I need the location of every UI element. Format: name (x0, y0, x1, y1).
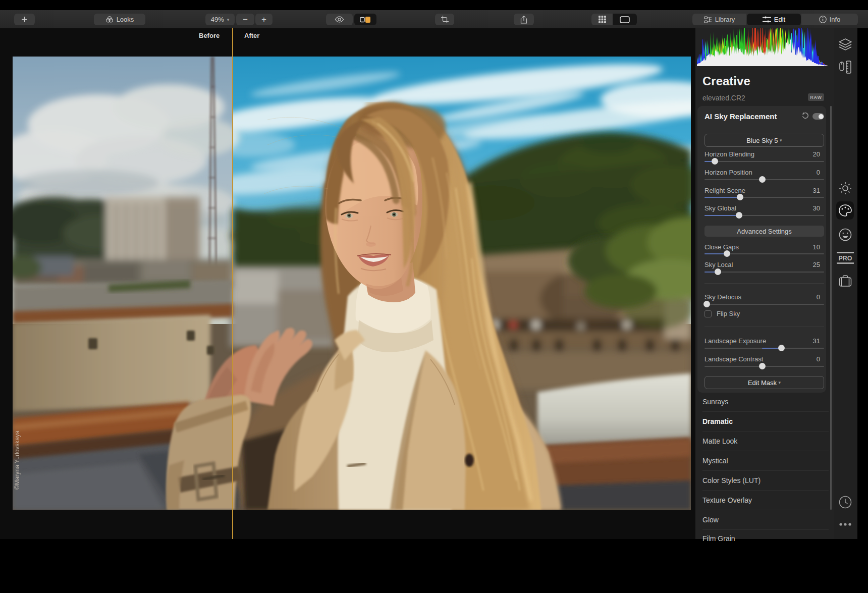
svg-text:PRO: PRO (838, 255, 852, 262)
svg-text:©Maryna Yurlovskaya: ©Maryna Yurlovskaya (14, 430, 21, 490)
